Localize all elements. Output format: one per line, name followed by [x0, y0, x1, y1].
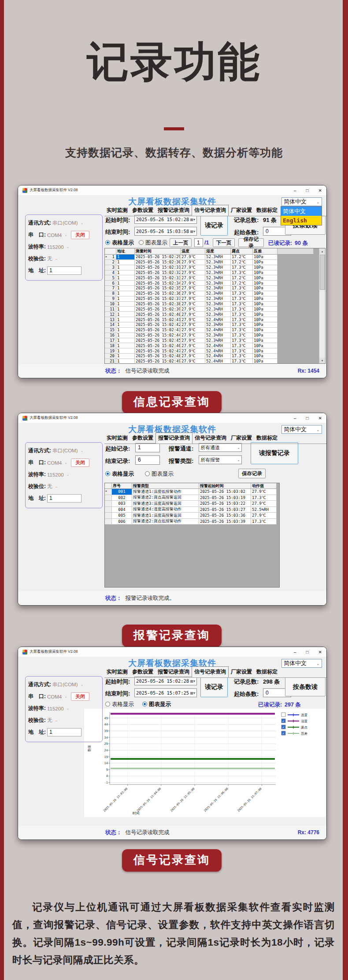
tab-厂家设置[interactable]: 厂家设置 — [229, 667, 254, 677]
table-row[interactable]: 712025-05-26 15:02:3527.9℃52.3%RH17.3℃10… — [105, 286, 325, 291]
language-option-chinese[interactable]: 简体中文 — [281, 207, 322, 216]
tab-报警记录查询[interactable]: 报警记录查询 — [155, 433, 193, 444]
maximize-button[interactable]: □ — [306, 188, 309, 193]
tab-数据标定[interactable]: 数据标定 — [254, 433, 280, 444]
address-input[interactable]: 1 — [47, 728, 81, 736]
page-number-input[interactable]: 1 — [194, 238, 203, 247]
read-records-button[interactable]: 读记录 — [200, 215, 228, 236]
table-row[interactable]: 1512025-05-26 15:02:4327.9℃52.4%RH17.3℃1… — [105, 328, 325, 333]
tab-实时监测[interactable]: 实时监测 — [104, 205, 130, 216]
table-row[interactable]: 006报警通道2:露点低报警动作2025-05-26 15:03:3917.3℃ — [105, 519, 279, 525]
baud-rate-select[interactable]: 115200⌄ — [47, 244, 69, 250]
start-record-input[interactable]: 1 — [135, 443, 160, 452]
table-row[interactable]: 912025-05-26 15:02:3727.9℃52.3%RH17.3℃10… — [105, 296, 325, 302]
table-row[interactable]: 512025-05-26 15:02:3327.9℃52.3%RH17.2℃10… — [105, 275, 325, 281]
table-view-radio[interactable] — [105, 471, 110, 476]
table-row[interactable]: 1912025-05-26 15:02:4727.9℃52.4%RH17.3℃1… — [105, 348, 325, 354]
end-record-input[interactable]: 6 — [135, 455, 160, 465]
read-by-count-button[interactable]: 按条数读 — [285, 677, 326, 696]
serial-port-select[interactable]: COM4⌄ — [47, 460, 67, 466]
table-row[interactable]: 1312025-05-26 15:02:4127.9℃52.4%RH17.3℃1… — [105, 317, 325, 322]
scroll-down-icon[interactable]: ▼ — [319, 358, 325, 363]
table-row[interactable]: 412025-05-26 15:02:3227.9℃52.3%RH17.3℃10… — [105, 270, 325, 276]
chart-view-radio[interactable] — [145, 471, 150, 476]
table-row[interactable]: 002报警通道2:露点高报警返回2025-05-26 15:03:1917.3℃ — [105, 495, 279, 501]
tab-参数设置[interactable]: 参数设置 — [130, 205, 155, 216]
tab-参数设置[interactable]: 参数设置 — [130, 667, 155, 677]
tab-信号记录查询[interactable]: 信号记录查询 — [193, 433, 229, 444]
close-port-button[interactable]: 关闭 — [71, 692, 89, 701]
legend-checkbox-温度[interactable] — [281, 713, 285, 717]
save-records-button[interactable]: 保存记录 — [238, 469, 266, 478]
language-select[interactable]: 简体中文⌄ — [281, 425, 322, 434]
table-row[interactable]: 2012025-05-26 15:02:4827.9℃52.4%RH17.3℃1… — [105, 354, 325, 359]
scrollbar-thumb[interactable] — [320, 255, 325, 290]
table-row[interactable]: 005报警通道1:温度高报警返回2025-05-26 15:03:3627.9℃ — [105, 513, 279, 519]
table-row[interactable]: 003报警通道3:温度高报警返回2025-05-26 15:03:2227.9℃ — [105, 501, 279, 507]
comm-mode-select[interactable]: 串口(COM)⌄ — [52, 447, 83, 454]
read-records-button[interactable]: 读记录 — [200, 677, 228, 697]
chart-view-radio[interactable] — [139, 240, 144, 245]
tab-实时监测[interactable]: 实时监测 — [104, 667, 130, 677]
table-row[interactable]: 1112025-05-26 15:02:3927.9℃52.3%RH17.3℃1… — [105, 307, 325, 312]
table-row[interactable]: 2112025-05-26 15:02:4927.9℃52.4%RH17.3℃1… — [105, 359, 325, 364]
table-row[interactable]: 1▸12025-05-26 15:02:2927.9℃52.3%RH17.2℃1… — [105, 255, 325, 260]
table-row[interactable]: 212025-05-26 15:02:3027.9℃52.3%RH17.2℃10… — [105, 260, 325, 265]
table-row[interactable]: 1812025-05-26 15:02:4627.9℃52.4%RH17.3℃1… — [105, 343, 325, 348]
alarm-channel-select[interactable]: 所有通道⌄ — [199, 443, 242, 452]
serial-port-select[interactable]: COM4⌄ — [47, 233, 67, 238]
table-row[interactable]: ▸001报警通道1:温度低报警动作2025-05-26 15:03:0227.9… — [105, 489, 279, 495]
language-select[interactable]: 简体中文⌄ — [281, 659, 322, 668]
table-row[interactable]: 1712025-05-26 15:02:4527.9℃52.3%RH17.3℃1… — [105, 338, 325, 344]
close-button[interactable]: ✕ — [318, 416, 322, 421]
serial-port-select[interactable]: COM4⌄ — [47, 694, 67, 699]
table-row[interactable]: 1012025-05-26 15:02:3827.9℃52.3%RH17.3℃1… — [105, 302, 325, 307]
table-row[interactable]: 612025-05-26 15:02:3427.9℃52.3%RH17.2℃10… — [105, 281, 325, 286]
tab-信号记录查询[interactable]: 信号记录查询 — [192, 205, 229, 216]
scroll-up-icon[interactable]: ▲ — [319, 248, 325, 254]
end-time-input[interactable]: 2025-05-26 15:03:58▦▾ — [134, 227, 197, 236]
tab-数据标定[interactable]: 数据标定 — [254, 667, 280, 677]
tab-参数设置[interactable]: 参数设置 — [130, 433, 155, 444]
tab-厂家设置[interactable]: 厂家设置 — [229, 205, 254, 216]
table-row[interactable]: 004报警通道4:湿度高报警动作2025-05-26 15:03:2752.5%… — [105, 507, 279, 513]
maximize-button[interactable]: □ — [306, 416, 309, 421]
table-row[interactable]: 312025-05-26 15:02:3127.9℃52.3%RH17.3℃10… — [105, 265, 325, 270]
language-select[interactable]: 简体中文⌄ — [281, 197, 322, 206]
chart-view-radio[interactable] — [142, 702, 147, 706]
baud-rate-select[interactable]: 115200⌄ — [47, 706, 69, 711]
table-row[interactable]: 812025-05-26 15:02:3627.9℃52.3%RH17.3℃10… — [105, 291, 325, 296]
alarm-type-select[interactable]: 所有报警⌄ — [199, 455, 242, 464]
tab-报警记录查询[interactable]: 报警记录查询 — [155, 205, 192, 216]
maximize-button[interactable]: □ — [306, 650, 309, 655]
end-time-input[interactable]: 2025-05-26 15:07:25▦▾ — [134, 688, 197, 697]
language-option-english[interactable]: English — [281, 216, 322, 225]
start-time-input[interactable]: 2025-05-26 15:02:28▦▾ — [134, 215, 197, 224]
baud-rate-select[interactable]: 115200⌄ — [47, 472, 69, 477]
table-row[interactable]: 1412025-05-26 15:02:4227.9℃52.3%RH17.3℃1… — [105, 322, 325, 328]
minimize-button[interactable]: – — [294, 188, 296, 193]
table-scrollbar[interactable]: ▲▼ — [319, 248, 325, 363]
parity-select[interactable]: 无⌄ — [47, 255, 58, 262]
table-row[interactable]: 1612025-05-26 15:02:4427.9℃52.3%RH17.3℃1… — [105, 333, 325, 338]
tab-厂家设置[interactable]: 厂家设置 — [229, 433, 254, 444]
start-time-input[interactable]: 2025-05-26 15:02:28▦▾ — [134, 677, 197, 685]
comm-mode-select[interactable]: 串口(COM)⌄ — [52, 220, 83, 226]
table-view-radio[interactable] — [105, 240, 110, 245]
close-port-button[interactable]: 关闭 — [71, 459, 89, 467]
tab-实时监测[interactable]: 实时监测 — [104, 433, 130, 444]
address-input[interactable]: 1 — [47, 494, 81, 503]
read-alarm-records-button[interactable]: 读报警记录 — [251, 442, 298, 464]
address-input[interactable]: 1 — [47, 266, 81, 275]
close-button[interactable]: ✕ — [318, 650, 322, 655]
save-records-button[interactable]: 保存记录 — [238, 238, 264, 247]
table-row[interactable]: 1212025-05-26 15:02:4027.9℃52.3%RH17.3℃1… — [105, 312, 325, 317]
tab-数据标定[interactable]: 数据标定 — [254, 205, 280, 216]
next-page-button[interactable]: 下一页 — [213, 238, 235, 247]
close-button[interactable]: ✕ — [318, 188, 322, 193]
parity-select[interactable]: 无⌄ — [47, 717, 58, 724]
minimize-button[interactable]: – — [294, 650, 296, 655]
tab-报警记录查询[interactable]: 报警记录查询 — [155, 667, 192, 677]
prev-page-button[interactable]: 上一页 — [170, 238, 192, 247]
comm-mode-select[interactable]: 串口(COM)⌄ — [52, 681, 83, 688]
